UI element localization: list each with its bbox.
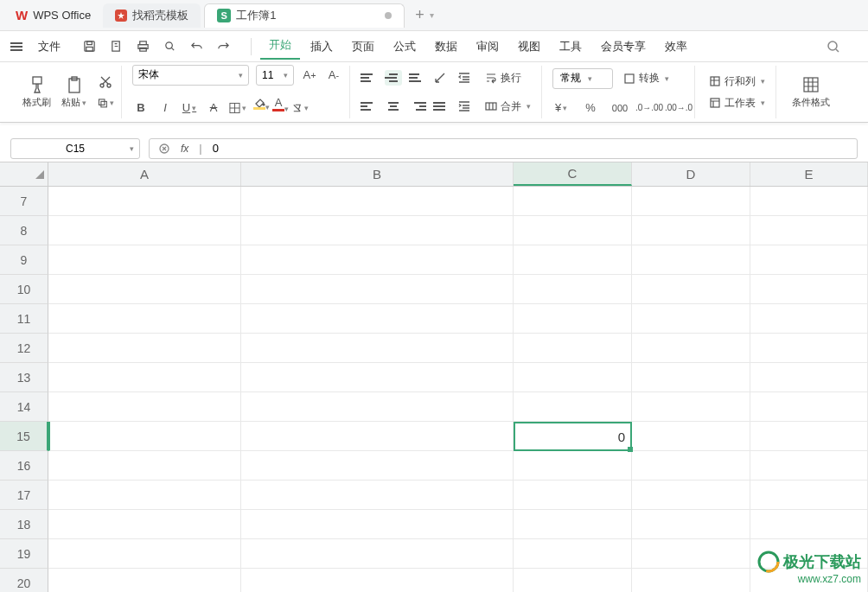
format-brush-button[interactable]: 格式刷: [17, 72, 56, 112]
underline-button[interactable]: U▾: [181, 99, 198, 117]
cell-E14[interactable]: [750, 392, 868, 422]
row-header[interactable]: 16: [0, 451, 48, 481]
convert-button[interactable]: 转换▾: [620, 69, 673, 87]
menu-member[interactable]: 会员专享: [592, 35, 654, 58]
cell-A11[interactable]: [48, 304, 241, 334]
cell-A12[interactable]: [48, 334, 241, 363]
cell-B16[interactable]: [241, 451, 514, 481]
cut-icon[interactable]: [97, 73, 114, 91]
save-icon[interactable]: [83, 40, 96, 53]
cell-A18[interactable]: [48, 510, 241, 539]
formula-bar[interactable]: fx | 0: [149, 138, 858, 159]
print-icon[interactable]: [137, 40, 150, 53]
indent-increase-icon[interactable]: [457, 99, 475, 114]
menu-start[interactable]: 开始: [260, 34, 300, 60]
menu-review[interactable]: 审阅: [468, 35, 507, 58]
menu-view[interactable]: 视图: [509, 35, 549, 58]
cell-A17[interactable]: [48, 481, 241, 510]
row-header[interactable]: 9: [0, 245, 48, 275]
align-top-icon[interactable]: [361, 70, 378, 86]
indent-decrease-icon[interactable]: [457, 70, 475, 86]
align-middle-icon[interactable]: [385, 70, 402, 86]
cell-C11[interactable]: [514, 304, 632, 334]
menu-file[interactable]: 文件: [29, 35, 69, 58]
cell-D7[interactable]: [632, 187, 750, 216]
row-header[interactable]: 17: [0, 481, 48, 510]
cell-B14[interactable]: [241, 392, 514, 422]
cell-B15[interactable]: [241, 422, 514, 451]
menu-data[interactable]: 数据: [426, 35, 466, 58]
row-col-button[interactable]: 行和列▾: [705, 73, 769, 91]
row-header[interactable]: 10: [0, 275, 48, 304]
cell-C19[interactable]: [514, 539, 632, 569]
row-header[interactable]: 12: [0, 334, 48, 363]
decrease-font-icon[interactable]: A-: [325, 67, 342, 84]
cell-E9[interactable]: [750, 245, 868, 275]
menu-formula[interactable]: 公式: [385, 35, 424, 58]
worksheet-button[interactable]: 工作表▾: [705, 94, 769, 112]
search-button[interactable]: [809, 40, 858, 54]
menu-efficiency[interactable]: 效率: [656, 35, 696, 58]
cell-A9[interactable]: [48, 245, 241, 275]
cell-A7[interactable]: [48, 187, 241, 216]
cell-A15[interactable]: [48, 422, 241, 451]
new-icon[interactable]: [110, 40, 123, 53]
menu-page[interactable]: 页面: [343, 35, 383, 58]
cell-D17[interactable]: [632, 481, 750, 510]
col-header-C[interactable]: C: [514, 162, 632, 186]
cell-B7[interactable]: [241, 187, 514, 216]
wrap-text-button[interactable]: 换行: [482, 69, 525, 87]
align-center-icon[interactable]: [385, 99, 402, 114]
cell-D19[interactable]: [632, 539, 750, 569]
cell-B13[interactable]: [241, 363, 514, 392]
merge-button[interactable]: 合并▾: [482, 98, 534, 116]
percent-icon[interactable]: %: [582, 99, 599, 117]
cell-B10[interactable]: [241, 275, 514, 304]
italic-button[interactable]: I: [156, 99, 174, 117]
cancel-fx-icon[interactable]: [158, 143, 170, 155]
cell-D14[interactable]: [632, 392, 750, 422]
row-header[interactable]: 11: [0, 304, 48, 334]
cell-B9[interactable]: [241, 245, 514, 275]
undo-icon[interactable]: [190, 40, 203, 53]
cell-D13[interactable]: [632, 363, 750, 392]
row-header[interactable]: 20: [0, 569, 48, 592]
cell-D20[interactable]: [632, 569, 750, 592]
cell-A16[interactable]: [48, 451, 241, 481]
col-header-A[interactable]: A: [48, 162, 241, 186]
paste-button[interactable]: 粘贴▾: [56, 72, 92, 112]
cell-B12[interactable]: [241, 334, 514, 363]
col-header-E[interactable]: E: [750, 162, 868, 186]
cell-A20[interactable]: [48, 569, 241, 592]
cell-B18[interactable]: [241, 510, 514, 539]
cell-C18[interactable]: [514, 510, 632, 539]
align-left-icon[interactable]: [361, 99, 378, 114]
cell-A10[interactable]: [48, 275, 241, 304]
cell-E12[interactable]: [750, 334, 868, 363]
font-size-select[interactable]: 11▾: [256, 65, 294, 86]
cell-E8[interactable]: [750, 216, 868, 245]
fx-icon[interactable]: fx: [181, 143, 188, 155]
row-header[interactable]: 15: [0, 422, 48, 451]
cell-A8[interactable]: [48, 216, 241, 245]
tab-menu-dropdown[interactable]: ▾: [430, 10, 434, 20]
cell-C12[interactable]: [514, 334, 632, 363]
cell-E11[interactable]: [750, 304, 868, 334]
cell-E15[interactable]: [750, 422, 868, 451]
col-header-D[interactable]: D: [632, 162, 750, 186]
cell-A19[interactable]: [48, 539, 241, 569]
cell-A14[interactable]: [48, 392, 241, 422]
cell-C14[interactable]: [514, 392, 632, 422]
cell-D12[interactable]: [632, 334, 750, 363]
tab-template[interactable]: 找稻壳模板: [103, 3, 201, 28]
row-header[interactable]: 14: [0, 392, 48, 422]
cell-D9[interactable]: [632, 245, 750, 275]
cell-B11[interactable]: [241, 304, 514, 334]
clear-format-icon[interactable]: ▾: [291, 99, 309, 117]
justify-icon[interactable]: [433, 99, 450, 114]
cell-A13[interactable]: [48, 363, 241, 392]
cell-D16[interactable]: [632, 451, 750, 481]
cell-E10[interactable]: [750, 275, 868, 304]
align-right-icon[interactable]: [409, 99, 426, 114]
redo-icon[interactable]: [217, 40, 230, 53]
